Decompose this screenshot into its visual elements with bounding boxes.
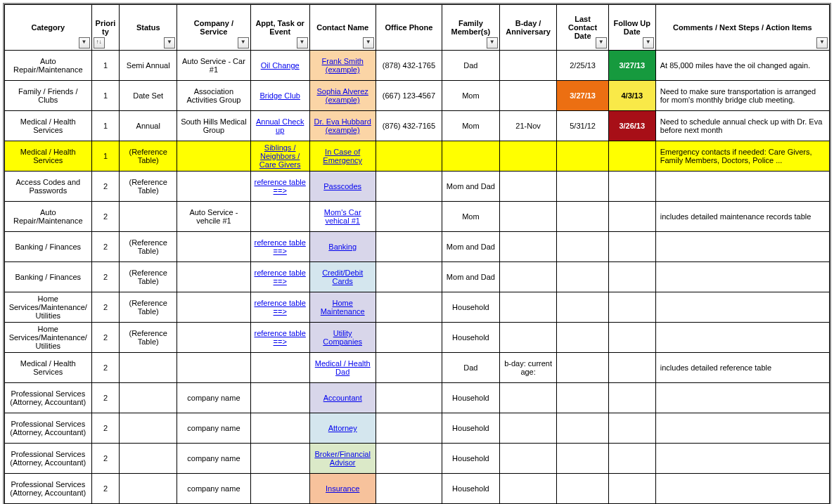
cell-status: Date Set <box>120 81 177 111</box>
cell-contact[interactable]: Dr. Eva Hubbard (example) <box>309 111 376 141</box>
cell-contact[interactable]: Mom's Car vehical #1 <box>309 202 376 232</box>
cell-last-contact <box>557 474 608 504</box>
cell-contact[interactable]: Banking <box>309 232 376 262</box>
cell-last-contact: 3/27/13 <box>557 81 608 111</box>
cell-last-contact <box>557 444 608 474</box>
header-label: Family Member(s) <box>451 19 491 36</box>
cell-comments <box>655 172 829 202</box>
cell-contact-link[interactable]: Dr. Eva Hubbard (example) <box>314 117 371 134</box>
cell-contact-link[interactable]: Medical / Health Dad <box>315 359 371 376</box>
cell-contact[interactable]: In Case of Emergency <box>309 141 376 172</box>
cell-contact[interactable]: Home Maintenance <box>309 292 376 323</box>
cell-category: Banking / Finances <box>5 262 92 292</box>
cell-contact-link[interactable]: Broker/Financial Advisor <box>314 450 370 467</box>
cell-bday <box>499 202 557 232</box>
header-label: Office Phone <box>385 23 433 32</box>
cell-family: Mom <box>442 202 500 232</box>
cell-company: Association Activities Group <box>177 81 251 111</box>
cell-appt-link[interactable]: Bridge Club <box>259 91 300 100</box>
cell-contact[interactable]: Frank Smith (example) <box>309 51 376 81</box>
cell-contact[interactable]: Attorney <box>309 413 376 444</box>
cell-comments: Emergency contacts if needed: Care Giver… <box>655 141 829 172</box>
cell-contact-link[interactable]: Passcodes <box>323 182 361 190</box>
cell-contact-link[interactable]: Accountant <box>323 394 362 402</box>
cell-comments <box>655 232 829 262</box>
cell-contact-link[interactable]: Sophia Alverez (example) <box>316 87 368 104</box>
cell-appt[interactable]: reference table ==> <box>250 172 309 202</box>
cell-priority: 2 <box>91 353 120 383</box>
cell-contact-link[interactable]: Credit/Debit Cards <box>322 269 363 285</box>
filter-dropdown-icon[interactable]: ▼ <box>164 37 175 49</box>
filter-dropdown-icon[interactable]: ▼ <box>643 37 654 49</box>
cell-company <box>177 172 251 202</box>
cell-bday: b-day: current age: <box>499 353 557 383</box>
cell-category: Professional Services (Attorney, Account… <box>5 413 92 444</box>
cell-appt-link[interactable]: reference table ==> <box>254 178 305 195</box>
cell-appt[interactable]: Annual Check up <box>250 111 309 141</box>
cell-contact[interactable]: Utility Companies <box>309 323 376 353</box>
header-row: Category▼ Priority↑↓ Status▼ Company / S… <box>5 5 830 51</box>
cell-contact-link[interactable]: In Case of Emergency <box>323 148 362 164</box>
cell-last-contact <box>557 232 608 262</box>
cell-contact-link[interactable]: Utility Companies <box>323 329 362 346</box>
filter-dropdown-icon[interactable]: ▼ <box>238 37 249 49</box>
cell-appt-link[interactable]: Oil Change <box>261 61 300 70</box>
cell-phone <box>376 232 442 262</box>
header-last-contact: Last Contact Date▼ <box>557 5 608 51</box>
cell-contact[interactable]: Medical / Health Dad <box>309 353 376 383</box>
cell-appt-link[interactable]: Siblings / Neighbors / Care Givers <box>259 143 301 169</box>
cell-contact[interactable]: Passcodes <box>309 172 376 202</box>
cell-company: South Hills Medical Group <box>177 111 251 141</box>
cell-category: Professional Services (Attorney, Account… <box>5 383 92 413</box>
cell-contact-link[interactable]: Insurance <box>326 484 359 493</box>
cell-bday <box>499 51 557 81</box>
filter-dropdown-icon[interactable]: ↑↓ <box>94 37 105 49</box>
cell-category: Banking / Finances <box>5 232 92 262</box>
cell-family: Household <box>442 444 500 474</box>
cell-contact-link[interactable]: Frank Smith (example) <box>322 57 364 74</box>
cell-contact-link[interactable]: Home Maintenance <box>321 299 365 316</box>
cell-comments <box>655 474 829 504</box>
cell-family: Mom and Dad <box>442 262 500 292</box>
cell-contact[interactable]: Accountant <box>309 383 376 413</box>
cell-category: Home Services/Maintenance/Utilities <box>5 292 92 323</box>
cell-appt-link[interactable]: reference table ==> <box>254 329 305 346</box>
cell-company: company name <box>177 474 251 504</box>
filter-dropdown-icon[interactable]: ▼ <box>816 37 828 49</box>
cell-bday <box>499 232 557 262</box>
cell-appt[interactable]: Oil Change <box>250 51 309 81</box>
header-comments: Comments / Next Steps / Action Items▼ <box>655 5 829 51</box>
cell-appt[interactable]: reference table ==> <box>250 323 309 353</box>
cell-last-contact <box>557 141 608 172</box>
cell-appt[interactable]: reference table ==> <box>250 262 309 292</box>
cell-company <box>177 232 251 262</box>
table-row: Professional Services (Attorney, Account… <box>5 413 830 444</box>
cell-contact[interactable]: Broker/Financial Advisor <box>309 444 376 474</box>
filter-dropdown-icon[interactable]: ▼ <box>297 37 308 49</box>
filter-dropdown-icon[interactable]: ▼ <box>596 37 607 49</box>
cell-status: Annual <box>120 111 177 141</box>
filter-dropdown-icon[interactable]: ▼ <box>363 37 374 49</box>
filter-dropdown-icon[interactable]: ▼ <box>79 37 90 49</box>
cell-appt[interactable]: Siblings / Neighbors / Care Givers <box>250 141 309 172</box>
cell-appt-link[interactable]: reference table ==> <box>254 238 305 255</box>
cell-appt[interactable]: Bridge Club <box>250 81 309 111</box>
header-label: Appt, Task or Event <box>255 19 304 36</box>
cell-contact-link[interactable]: Attorney <box>328 424 357 432</box>
cell-contact[interactable]: Sophia Alverez (example) <box>309 81 376 111</box>
header-family: Family Member(s)▼ <box>442 5 500 51</box>
cell-appt-link[interactable]: reference table ==> <box>254 299 305 316</box>
cell-contact-link[interactable]: Mom's Car vehical #1 <box>324 208 361 225</box>
cell-contact-link[interactable]: Banking <box>328 243 357 251</box>
cell-status: (Reference Table) <box>120 141 177 172</box>
cell-status <box>120 383 177 413</box>
cell-status <box>120 413 177 444</box>
cell-appt[interactable]: reference table ==> <box>250 232 309 262</box>
cell-appt-link[interactable]: reference table ==> <box>254 269 305 285</box>
cell-appt-link[interactable]: Annual Check up <box>256 117 304 134</box>
filter-dropdown-icon[interactable]: ▼ <box>487 37 498 49</box>
cell-status: Semi Annual <box>120 51 177 81</box>
cell-contact[interactable]: Insurance <box>309 474 376 504</box>
cell-appt[interactable]: reference table ==> <box>250 292 309 323</box>
cell-contact[interactable]: Credit/Debit Cards <box>309 262 376 292</box>
